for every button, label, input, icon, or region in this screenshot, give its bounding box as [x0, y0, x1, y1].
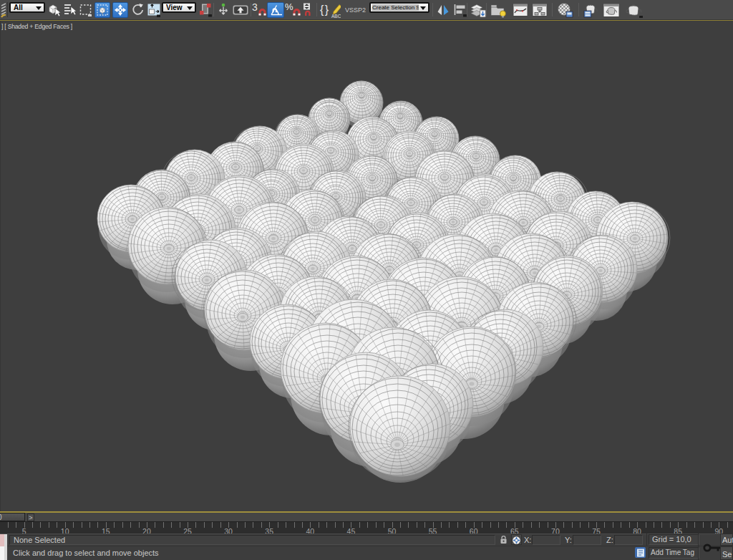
svg-text:ABC: ABC	[331, 14, 341, 19]
svg-text:{ }: { }	[320, 4, 329, 16]
